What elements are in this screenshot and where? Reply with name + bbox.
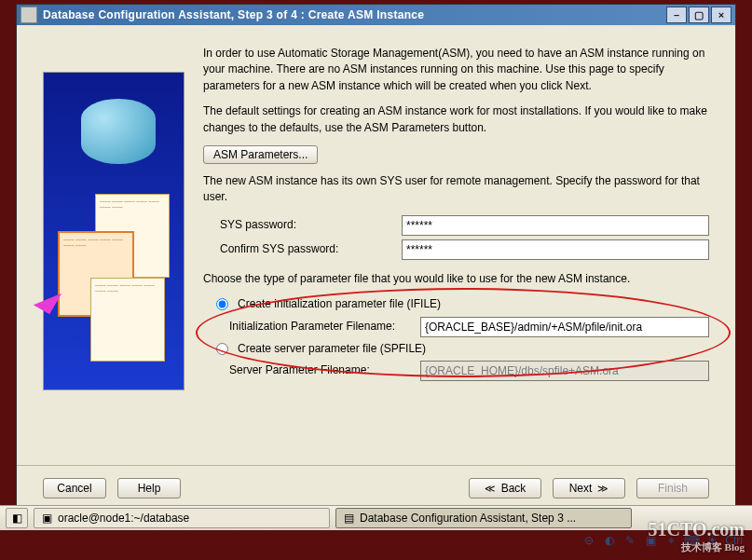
- intro-para-1: In order to use Automatic Storage Manage…: [203, 46, 709, 94]
- start-button[interactable]: ◧: [6, 508, 28, 528]
- monitor-tray-icon[interactable]: ▣: [643, 533, 658, 548]
- intro-para-3: The new ASM instance has its own SYS use…: [203, 173, 709, 206]
- taskbar-terminal-label: oracle@node1:~/database: [58, 512, 189, 525]
- finish-button: Finish: [636, 478, 709, 499]
- spfile-radio[interactable]: [216, 343, 228, 355]
- terminal-icon: ▣: [42, 512, 52, 525]
- pencil-tray-icon[interactable]: ✎: [622, 533, 637, 548]
- main-panel: In order to use Automatic Storage Manage…: [203, 46, 709, 456]
- cancel-button[interactable]: Cancel: [43, 478, 106, 499]
- ifile-radio-label: Create initialization parameter file (IF…: [238, 296, 441, 312]
- sys-password-input[interactable]: [402, 215, 709, 236]
- mouse-tray-icon[interactable]: ⌖: [663, 533, 678, 548]
- network-tray-icon[interactable]: ◐: [602, 533, 617, 548]
- sys-password-label: SYS password:: [220, 217, 402, 233]
- ctrl-indicator: Ctrl: [725, 534, 743, 547]
- ifile-filename-input[interactable]: [420, 317, 709, 337]
- confirm-sys-password-label: Confirm SYS password:: [220, 241, 402, 257]
- wizard-footer: Cancel Help ≪ Back Next ≫ Finish: [17, 465, 735, 511]
- intro-para-2: The default settings for creating an ASM…: [203, 103, 709, 136]
- wizard-graphic: ~~~~ ~~~~ ~~~~ ~~~~ ~~~~ ~~~~ ~~~~ ~~~~ …: [43, 72, 185, 390]
- dbca-window: Database Configuration Assistant, Step 3…: [16, 4, 736, 512]
- taskbar-dbca-label: Database Configuration Assistant, Step 3…: [360, 512, 576, 525]
- app-task-icon: ▤: [344, 512, 354, 525]
- next-label: Next: [569, 482, 593, 495]
- titlebar[interactable]: Database Configuration Assistant, Step 3…: [17, 5, 735, 25]
- asm-parameters-button[interactable]: ASM Parameters...: [203, 145, 318, 164]
- window-content: ~~~~ ~~~~ ~~~~ ~~~~ ~~~~ ~~~~ ~~~~ ~~~~ …: [17, 25, 735, 465]
- back-button[interactable]: ≪ Back: [469, 478, 541, 499]
- app-icon: [21, 7, 37, 23]
- ifile-radio[interactable]: [216, 298, 228, 310]
- chevron-right-icon: ≫: [597, 483, 608, 495]
- close-button[interactable]: ×: [711, 7, 731, 23]
- maximize-button[interactable]: ▢: [689, 7, 709, 23]
- bulb-tray-icon[interactable]: ☀: [704, 533, 719, 548]
- next-button[interactable]: Next ≫: [553, 478, 625, 499]
- back-label: Back: [501, 482, 526, 495]
- system-tray: ⊝ ◐ ✎ ▣ ⌖ ⌨ ☀ Ctrl: [0, 530, 752, 551]
- spfile-filename-input: [420, 361, 709, 381]
- disk-tray-icon[interactable]: ⊝: [581, 533, 596, 548]
- taskbar-terminal[interactable]: ▣ oracle@node1:~/database: [34, 508, 330, 528]
- taskbar[interactable]: ◧ ▣ oracle@node1:~/database ▤ Database C…: [0, 505, 752, 530]
- ifile-filename-label: Initialization Parameter Filename:: [229, 319, 420, 335]
- confirm-sys-password-input[interactable]: [402, 239, 709, 260]
- input-tray-icon[interactable]: ⌨: [684, 533, 699, 548]
- spfile-radio-label: Create server parameter file (SPFILE): [238, 341, 426, 357]
- spfile-filename-label: Server Parameter Filename:: [229, 362, 420, 378]
- help-button[interactable]: Help: [117, 478, 181, 499]
- taskbar-dbca[interactable]: ▤ Database Configuration Assistant, Step…: [335, 508, 632, 528]
- paramfile-choose-text: Choose the type of parameter file that y…: [203, 271, 709, 287]
- window-title: Database Configuration Assistant, Step 3…: [43, 8, 664, 21]
- chevron-left-icon: ≪: [485, 483, 496, 495]
- minimize-button[interactable]: –: [666, 7, 687, 23]
